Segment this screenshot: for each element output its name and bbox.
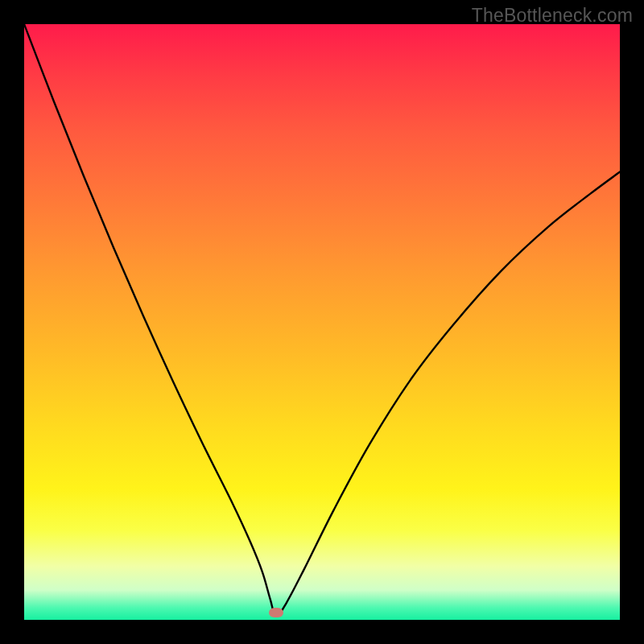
plot-area	[24, 24, 620, 620]
watermark-text: TheBottleneck.com	[472, 5, 633, 27]
curve-svg	[24, 24, 620, 620]
optimum-marker	[269, 608, 283, 617]
chart-frame: TheBottleneck.com	[0, 0, 644, 644]
curve-line	[24, 24, 620, 617]
